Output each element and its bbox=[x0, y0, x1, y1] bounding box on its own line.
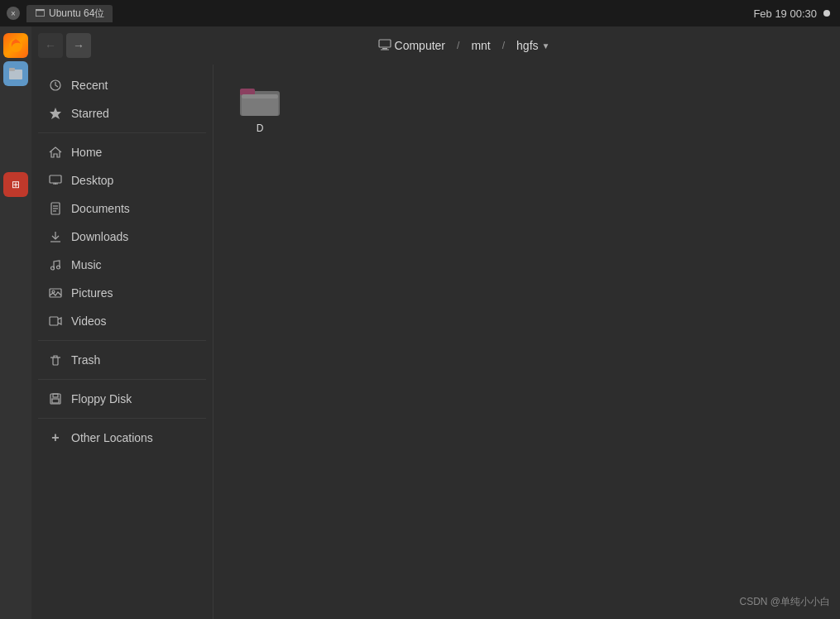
back-button[interactable]: ← bbox=[38, 33, 63, 58]
desktop-icon bbox=[48, 173, 63, 188]
breadcrumb-hgfs[interactable]: hgfs ▼ bbox=[506, 36, 559, 55]
toolbar: ← → Computer / mnt / bbox=[31, 26, 840, 65]
home-icon bbox=[48, 145, 63, 160]
sidebar-label-music: Music bbox=[71, 258, 102, 271]
downloads-icon bbox=[48, 229, 63, 244]
window-tab[interactable]: 🗖 Ubuntu 64位 bbox=[26, 5, 113, 22]
svg-point-18 bbox=[57, 266, 60, 269]
sidebar-item-home[interactable]: Home bbox=[35, 138, 209, 166]
dock: ⊞ bbox=[0, 26, 31, 619]
file-area: D bbox=[214, 65, 840, 619]
forward-button[interactable]: → bbox=[66, 33, 91, 58]
svg-rect-28 bbox=[242, 94, 278, 98]
sidebar-label-floppy: Floppy Disk bbox=[71, 392, 132, 405]
divider-2 bbox=[38, 340, 206, 341]
breadcrumb-bar: Computer / mnt / hgfs ▼ bbox=[94, 35, 833, 57]
svg-point-17 bbox=[51, 266, 55, 270]
floppy-icon bbox=[48, 391, 63, 406]
sidebar-label-other: Other Locations bbox=[71, 431, 153, 444]
sidebar-label-trash: Trash bbox=[71, 353, 100, 367]
separator-1: / bbox=[457, 40, 459, 51]
documents-icon bbox=[48, 201, 63, 216]
file-grid: D bbox=[227, 78, 827, 141]
breadcrumb-computer[interactable]: Computer bbox=[368, 35, 455, 57]
sidebar-item-pictures[interactable]: Pictures bbox=[35, 279, 209, 307]
sidebar-label-home: Home bbox=[71, 146, 102, 159]
breadcrumb-mnt-label: mnt bbox=[471, 39, 490, 52]
file-manager: ← → Computer / mnt / bbox=[31, 26, 840, 619]
close-button[interactable]: × bbox=[7, 7, 20, 20]
svg-rect-8 bbox=[50, 175, 61, 183]
svg-rect-23 bbox=[53, 394, 58, 397]
file-label-d: D bbox=[257, 122, 264, 134]
sidebar-item-trash[interactable]: Trash bbox=[35, 346, 209, 374]
watermark: CSDN @单纯小小白 bbox=[739, 595, 830, 609]
breadcrumb-hgfs-label: hgfs bbox=[516, 39, 538, 52]
sidebar-item-documents[interactable]: Documents bbox=[35, 194, 209, 223]
divider-4 bbox=[38, 418, 206, 419]
sidebar-label-recent: Recent bbox=[71, 79, 108, 92]
sidebar-label-videos: Videos bbox=[71, 314, 107, 328]
separator-2: / bbox=[502, 40, 505, 51]
other-locations-icon: + bbox=[48, 430, 63, 445]
dropdown-arrow-icon: ▼ bbox=[542, 41, 550, 50]
tab-title: Ubuntu 64位 bbox=[49, 7, 104, 21]
top-bar-right: Feb 19 00:30 bbox=[753, 7, 830, 20]
sidebar-label-starred: Starred bbox=[71, 107, 109, 120]
files-dock-icon[interactable] bbox=[3, 61, 28, 86]
recent-icon bbox=[48, 78, 63, 93]
sidebar-item-videos[interactable]: Videos bbox=[35, 307, 209, 335]
sidebar-item-music[interactable]: Music bbox=[35, 251, 209, 279]
svg-point-20 bbox=[52, 290, 55, 293]
tab-icon: 🗖 bbox=[35, 7, 45, 19]
divider-3 bbox=[38, 379, 206, 380]
svg-rect-2 bbox=[9, 68, 15, 71]
divider-1 bbox=[38, 132, 206, 133]
sidebar-label-documents: Documents bbox=[71, 202, 130, 215]
firefox-icon[interactable] bbox=[3, 33, 28, 58]
sidebar-label-desktop: Desktop bbox=[71, 174, 113, 187]
status-indicator bbox=[823, 10, 830, 17]
svg-rect-3 bbox=[379, 40, 391, 47]
computer-icon bbox=[378, 38, 391, 54]
svg-rect-21 bbox=[50, 317, 58, 325]
app-container: ⊞ ← → Computer / bbox=[0, 26, 840, 619]
top-bar: × 🗖 Ubuntu 64位 Feb 19 00:30 bbox=[0, 0, 840, 26]
datetime-label: Feb 19 00:30 bbox=[753, 7, 817, 20]
svg-rect-4 bbox=[382, 48, 387, 50]
music-icon bbox=[48, 257, 63, 272]
breadcrumb-mnt[interactable]: mnt bbox=[461, 36, 500, 55]
breadcrumb-computer-label: Computer bbox=[395, 39, 445, 52]
trash-icon bbox=[48, 353, 63, 367]
videos-icon bbox=[48, 314, 63, 329]
svg-marker-7 bbox=[50, 108, 61, 119]
folder-icon bbox=[240, 84, 280, 118]
top-bar-left: × 🗖 Ubuntu 64位 bbox=[7, 5, 113, 22]
svg-rect-24 bbox=[52, 399, 59, 403]
sidebar-item-starred[interactable]: Starred bbox=[35, 99, 209, 127]
sidebar-item-desktop[interactable]: Desktop bbox=[35, 166, 209, 194]
sidebar-label-pictures: Pictures bbox=[71, 286, 113, 300]
starred-icon bbox=[48, 106, 63, 121]
content-area: Recent Starred bbox=[31, 65, 840, 619]
sidebar-item-downloads[interactable]: Downloads bbox=[35, 223, 209, 251]
sidebar-item-recent[interactable]: Recent bbox=[35, 71, 209, 99]
svg-rect-26 bbox=[240, 89, 255, 95]
svg-rect-5 bbox=[381, 49, 389, 50]
pictures-icon bbox=[48, 286, 63, 300]
activity-icon[interactable]: ⊞ bbox=[3, 172, 28, 197]
sidebar-item-floppy[interactable]: Floppy Disk bbox=[35, 385, 209, 413]
file-item-d[interactable]: D bbox=[227, 78, 293, 141]
sidebar-label-downloads: Downloads bbox=[71, 230, 128, 243]
sidebar: Recent Starred bbox=[31, 65, 214, 619]
sidebar-item-other[interactable]: + Other Locations bbox=[35, 424, 209, 452]
